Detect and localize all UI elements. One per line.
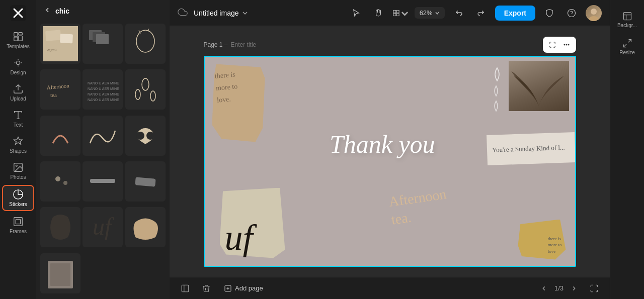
slide-settings-button[interactable] xyxy=(178,281,193,296)
svg-text:uf: uf xyxy=(93,213,114,240)
svg-rect-38 xyxy=(85,118,120,153)
svg-rect-69 xyxy=(182,285,189,292)
sticker-item-3[interactable] xyxy=(125,24,166,64)
upload-label: Upload xyxy=(10,96,26,102)
svg-point-64 xyxy=(566,44,567,45)
zoom-chevron-icon xyxy=(435,11,440,16)
redo-button[interactable] xyxy=(473,5,489,21)
sticker-item-14[interactable]: uf xyxy=(83,207,123,247)
svg-rect-58 xyxy=(393,13,396,16)
right-resize-button[interactable]: Resize xyxy=(612,35,642,58)
svg-point-10 xyxy=(16,165,17,166)
design-label: Design xyxy=(10,70,26,75)
layout-tool-button[interactable] xyxy=(392,5,409,21)
svg-rect-15 xyxy=(60,34,73,43)
sidebar-item-text[interactable]: Text xyxy=(2,107,34,131)
sticker-item-5[interactable]: NANO U AER MINE NANO U AER MINE NANO U A… xyxy=(83,69,123,110)
delete-button[interactable] xyxy=(199,281,214,296)
sticker-item-6[interactable] xyxy=(125,69,166,110)
expand-page-button[interactable] xyxy=(546,38,559,51)
page-actions-floating xyxy=(543,37,576,53)
export-button[interactable]: Export xyxy=(495,6,535,21)
svg-point-41 xyxy=(146,132,154,140)
sticker-grid: album Afternoon tea xyxy=(36,22,170,299)
svg-rect-57 xyxy=(396,10,399,13)
sticker-panel: chic album xyxy=(36,0,170,299)
svg-rect-11 xyxy=(14,218,23,226)
main-area: Untitled image xyxy=(170,0,610,299)
sticker-item-12[interactable] xyxy=(125,161,166,202)
torn-paper-text-1: there is more to love. xyxy=(214,68,238,106)
hand-tool-button[interactable] xyxy=(370,5,386,21)
decorative-letter: uf xyxy=(225,220,253,256)
cloud-save-icon xyxy=(178,7,188,19)
top-toolbar: Untitled image xyxy=(170,0,610,26)
svg-point-62 xyxy=(589,16,599,21)
bottom-bar: Add page 1/3 xyxy=(170,277,610,299)
left-icon-rail: Templates Design Upload Text Shapes xyxy=(0,0,36,299)
svg-text:NANO U AER MINE: NANO U AER MINE xyxy=(88,98,119,102)
more-options-button[interactable] xyxy=(560,38,573,51)
sidebar-item-design[interactable]: Design xyxy=(2,54,34,78)
svg-point-40 xyxy=(136,132,144,140)
svg-text:NANO U AER MINE: NANO U AER MINE xyxy=(88,92,119,96)
svg-rect-14 xyxy=(45,30,61,41)
sticker-item-7[interactable] xyxy=(40,116,80,156)
svg-rect-5 xyxy=(19,36,22,41)
sticker-item-11[interactable] xyxy=(83,161,123,202)
svg-point-65 xyxy=(568,44,569,45)
page-label-left: Page 1 – xyxy=(204,41,306,48)
svg-point-60 xyxy=(568,9,576,17)
svg-text:NANO U AER MINE: NANO U AER MINE xyxy=(88,81,119,85)
sidebar-item-shapes[interactable]: Shapes xyxy=(2,133,34,157)
sidebar-item-upload[interactable]: Upload xyxy=(2,80,34,105)
canvas-outer: Page 1 – xyxy=(204,37,576,267)
stickers-label: Stickers xyxy=(9,202,27,207)
sticker-item-8[interactable] xyxy=(83,116,123,156)
svg-rect-59 xyxy=(396,13,399,16)
sticker-item-10[interactable] xyxy=(40,161,80,202)
sidebar-item-photos[interactable]: Photos xyxy=(2,159,34,183)
sidebar-item-stickers[interactable]: Stickers xyxy=(2,185,34,211)
sticker-item-1[interactable]: album xyxy=(40,24,80,64)
zoom-control[interactable]: 62% xyxy=(415,7,445,19)
svg-rect-42 xyxy=(43,164,78,199)
page-navigation: 1/3 xyxy=(537,282,581,295)
app-logo[interactable] xyxy=(9,4,27,22)
svg-rect-3 xyxy=(14,33,18,36)
prev-page-button[interactable] xyxy=(537,282,550,295)
svg-rect-12 xyxy=(16,219,20,224)
sticker-item-2[interactable] xyxy=(83,24,123,64)
undo-button[interactable] xyxy=(451,5,467,21)
svg-rect-55 xyxy=(50,263,70,286)
fit-screen-button[interactable] xyxy=(587,281,602,296)
document-title-area[interactable]: Untitled image xyxy=(194,9,248,17)
panel-title: chic xyxy=(55,7,69,15)
sticker-item-13[interactable] xyxy=(40,207,80,247)
canvas-area: Page 1 – xyxy=(170,26,610,277)
sticker-item-9[interactable] xyxy=(125,116,166,156)
shield-icon-button[interactable] xyxy=(541,5,557,21)
handwritten-text: Afternoontea. xyxy=(387,185,450,229)
page-title-input[interactable] xyxy=(231,41,306,48)
pointer-tool-button[interactable] xyxy=(348,5,364,21)
sticker-item-16[interactable] xyxy=(40,253,80,293)
sticker-item-4[interactable]: Afternoon tea xyxy=(40,69,80,110)
panel-back-button[interactable] xyxy=(43,6,51,16)
svg-rect-46 xyxy=(90,179,115,183)
page-number-label: Page 1 – xyxy=(204,41,228,48)
templates-label: Templates xyxy=(7,44,30,49)
svg-point-63 xyxy=(564,44,565,45)
sticker-item-15[interactable] xyxy=(125,207,166,247)
svg-point-7 xyxy=(16,61,20,64)
help-icon-button[interactable] xyxy=(564,5,580,21)
canvas-frame[interactable]: there is more to love. xyxy=(204,56,576,267)
page-label-container: Page 1 – xyxy=(204,37,576,53)
sidebar-item-templates[interactable]: Templates xyxy=(2,28,34,52)
user-avatar[interactable] xyxy=(586,5,602,21)
add-page-button[interactable]: Add page xyxy=(220,282,267,294)
next-page-button[interactable] xyxy=(568,282,581,295)
mini-sticker-text: there ismore tolove xyxy=(548,236,562,255)
sidebar-item-frames[interactable]: Frames xyxy=(2,213,34,237)
right-background-button[interactable]: Backgr... xyxy=(612,8,642,31)
